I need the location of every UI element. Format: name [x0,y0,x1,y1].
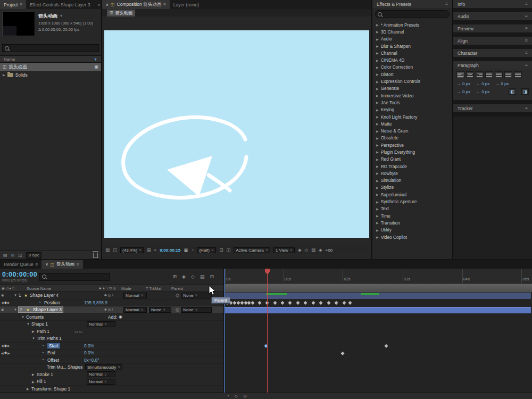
paragraph-direction-button[interactable]: ◧ [509,88,516,95]
panel-menu-icon[interactable]: ≡ [525,63,528,68]
layer-name[interactable]: Shape Layer 4 [30,293,59,298]
twirl-closed-icon[interactable]: ▶ [32,329,37,333]
indent-first-line-field[interactable]: → 0 px [495,81,509,86]
view-layout-dropdown[interactable]: 1 View ∨ [273,247,295,253]
justify-last-right-button[interactable] [504,71,512,78]
pickwhip-icon[interactable]: ◎ [176,293,179,298]
effects-category[interactable]: ▶Expression Controls [372,78,452,85]
tab-render-queue[interactable]: Render Queue ≡ [0,260,41,269]
twirl-closed-icon[interactable]: ▶ [376,179,379,182]
stopwatch-icon[interactable]: ◔ [41,358,47,362]
justify-last-left-button[interactable] [485,71,493,78]
flowchart-icon[interactable]: ◈ [319,247,322,253]
add-control[interactable]: Add: ◉ [108,314,122,320]
timeline-search[interactable] [39,273,110,281]
space-after-value[interactable]: 0 px [481,89,489,94]
twirl-open-icon[interactable]: ▼ [14,308,19,311]
paragraph-panel-header[interactable]: Paragraph ≡ [453,61,532,69]
twirl-open-icon[interactable]: ▼ [14,294,19,297]
frame-blending-icon[interactable]: ▤ [200,274,205,279]
justify-all-button[interactable] [514,71,522,78]
indent-left-value[interactable]: 0 px [462,81,470,86]
effects-category[interactable]: ▶Distort [372,71,452,78]
twirl-closed-icon[interactable]: ▶ [376,37,379,41]
effects-icon[interactable]: ◎ [108,307,111,311]
twirl-closed-icon[interactable]: ▶ [376,30,379,34]
group-row-trim-paths-1[interactable]: ▼ Trim Paths 1 [0,335,223,343]
audio-panel-header[interactable]: Audio ≡ [453,12,532,20]
indent-right-field[interactable]: ← 0 px [476,81,489,86]
property-label[interactable]: Start [47,343,60,348]
panel-menu-icon[interactable]: ≡ [525,14,528,19]
project-item-solids[interactable]: ▶ Solids [0,71,101,79]
add-keyframe-icon[interactable]: ◆ [4,344,7,348]
property-row-offset[interactable]: ◔ Offset 0x+0.0° [0,357,223,364]
snapshot-icon[interactable]: ▣ [184,247,188,253]
layer-switches[interactable]: ♣ ◎ / [104,307,113,312]
twirl-closed-icon[interactable]: ▶ [376,164,379,168]
start-keyframes[interactable] [224,343,532,350]
trim-multiple-dropdown[interactable]: Simultaneously∨ [85,364,122,370]
tab-effect-controls[interactable]: Effect Controls Shape Layer 3 [26,0,94,9]
eye-icon[interactable]: ◉ [1,307,4,312]
blend-mode-dropdown[interactable]: Normal∨ [87,321,115,327]
effects-category[interactable]: ▶Time [372,212,452,219]
twirl-closed-icon[interactable]: ▶ [376,65,379,69]
panel-menu-icon[interactable]: ≡ [525,38,528,43]
project-item-composition[interactable]: ◫ 箭头动画 ▣ [0,63,101,71]
tab-composition[interactable]: × ◫ Composition 箭头动画 ≡ [102,0,170,9]
timeline-zoom-out-icon[interactable]: ◔ [227,394,229,398]
twirl-closed-icon[interactable]: ▶ [376,59,379,62]
twirl-closed-icon[interactable]: ▶ [376,221,379,225]
timeline-zoom-slider-icon[interactable]: ◇ [235,394,238,398]
always-preview-icon[interactable]: ▤ [105,247,110,253]
add-keyframe-icon[interactable]: ◆ [4,301,7,305]
prev-keyframe-icon[interactable]: ◀ [1,351,4,355]
group-row-transform-shape-1[interactable]: ▶ Transform: Shape 1 [0,386,223,393]
composition-mini-flowchart-icon[interactable]: ⊞ [173,274,177,279]
motion-blur-icon[interactable]: ⊟ [210,274,214,279]
title-action-safe-icon[interactable]: ⌖ [154,247,156,253]
effects-category[interactable]: ▶Channel [372,49,452,56]
timeline-zoom-in-icon[interactable]: ⊞ [243,394,247,398]
twirl-closed-icon[interactable]: ▶ [376,44,379,48]
space-after-field[interactable]: ← 0 px [476,89,489,94]
property-row-end[interactable]: ◀◆▶ ◔ End 0.0% [0,350,223,357]
indent-right-value[interactable]: 0 px [481,81,489,86]
twirl-closed-icon[interactable]: ▶ [376,23,379,27]
twirl-closed-icon[interactable]: ▶ [376,235,379,239]
next-keyframe-icon[interactable]: ▶ [7,301,10,304]
close-icon[interactable]: × [106,2,109,7]
twirl-closed-icon[interactable]: ▶ [376,150,379,154]
parent-column[interactable]: Parent [171,286,214,291]
twirl-closed-icon[interactable]: ▶ [376,129,379,133]
stopwatch-icon[interactable]: ◔ [41,351,47,355]
shy-icon[interactable]: ♣ [104,293,107,297]
twirl-closed-icon[interactable]: ▶ [376,136,379,140]
group-label[interactable]: Trim Paths 1 [37,336,62,341]
panel-menu-icon[interactable]: ≡ [525,51,528,55]
timeline-graph-area[interactable]: 0s 01s 02s 03s 04s 05s [224,269,532,393]
next-keyframe-icon[interactable]: ▶ [7,351,10,355]
current-time-display[interactable]: 0:00:00:15 [160,248,180,253]
twirl-closed-icon[interactable]: ▶ [376,122,379,126]
effects-category[interactable]: ▶Transition [372,219,452,226]
project-name-header[interactable]: Name ▼ [0,55,101,63]
tracker-panel-header[interactable]: Tracker ≡ [453,104,532,112]
property-row-trim-multiple[interactable]: Trim Mu... Shapes Simultaneously∨ [0,364,223,371]
twirl-closed-icon[interactable]: ▶ [32,372,37,376]
effects-category[interactable]: ▶Rowbyte [372,170,452,177]
trkmat-column[interactable]: T TrkMat [146,286,171,291]
effects-category[interactable]: ▶Red Giant [372,156,452,163]
delete-icon[interactable] [93,253,98,258]
shy-icon[interactable]: ♣ [104,307,107,311]
effects-category[interactable]: ▶Video Copilot [372,234,452,240]
prev-keyframe-icon[interactable]: ◀ [1,301,4,304]
align-right-button[interactable] [476,71,484,78]
sort-arrow-icon[interactable]: ▼ [94,57,97,61]
twirl-closed-icon[interactable]: ▶ [376,94,379,97]
timeline-button-icon[interactable]: ▤ [311,247,315,253]
group-row-fill-1[interactable]: ▶ Fill 1 Normal∨ [0,378,223,386]
timeline-timecode[interactable]: 0:00:00:00 [2,271,35,279]
interpret-footage-icon[interactable]: ▤ [3,253,7,257]
